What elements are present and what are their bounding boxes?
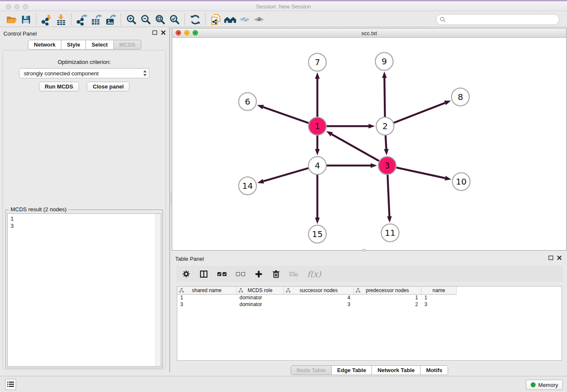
network-window: ✕ − + scc.txt 7968124314101511: [172, 28, 567, 251]
edge-3-11[interactable]: [388, 175, 389, 216]
node-label-7: 7: [315, 57, 320, 67]
window-titlebar: Session: New Session: [0, 0, 567, 11]
column-header-predecessor-nodes[interactable]: predecessor nodes: [354, 287, 421, 294]
zoom-fit-button[interactable]: [153, 13, 167, 26]
home-button[interactable]: [223, 13, 237, 26]
table-panel: Table Panel: [172, 252, 567, 376]
column-header-shared-name[interactable]: shared name: [177, 287, 237, 294]
float-panel-icon[interactable]: [548, 255, 553, 260]
table-tabbar: Node Table Edge Table Network Table Moti…: [291, 365, 449, 375]
node-label-3: 3: [385, 160, 390, 171]
split-columns-icon[interactable]: [199, 270, 208, 279]
tab-network[interactable]: Network: [28, 40, 61, 50]
toolbar-separator: [71, 14, 72, 25]
import-network-button[interactable]: [39, 13, 54, 26]
mcds-result-textarea[interactable]: 1 3: [7, 213, 161, 367]
list-icon: [7, 381, 14, 387]
run-mcds-button[interactable]: Run MCDS: [39, 82, 79, 91]
tab-node-table[interactable]: Node Table: [291, 365, 332, 375]
edge-4-14[interactable]: [263, 168, 308, 181]
window-title: Session: New Session: [0, 3, 567, 10]
search-input[interactable]: [448, 17, 559, 23]
import-table-icon: [55, 14, 67, 25]
close-panel-icon[interactable]: [557, 255, 562, 260]
export-table-button[interactable]: [89, 13, 103, 26]
zoom-selected-icon: [169, 14, 180, 25]
export-network-button[interactable]: [74, 13, 89, 26]
edge-2-9[interactable]: [385, 78, 385, 117]
control-panel: Control Panel Network Style Select MCDS …: [0, 27, 170, 373]
select-all-checkboxes-icon[interactable]: [217, 271, 227, 277]
deselect-checkboxes-icon[interactable]: [236, 271, 245, 277]
toolbar-separator: [184, 14, 185, 25]
arrowhead-1-6: [257, 105, 264, 110]
refresh-button[interactable]: [188, 13, 202, 26]
edge-1-6[interactable]: [263, 107, 308, 123]
table-row[interactable]: 3 dominator 3 2 3: [177, 301, 561, 308]
export-image-button[interactable]: [103, 13, 118, 26]
float-panel-icon[interactable]: [152, 30, 157, 35]
horizontal-splitter-handle[interactable]: [362, 249, 366, 251]
delete-table-icon: [289, 271, 298, 277]
arrowhead-2-9: [382, 72, 387, 78]
tab-network-table[interactable]: Network Table: [372, 365, 421, 375]
export-network-icon: [76, 14, 88, 25]
search-field[interactable]: [436, 14, 559, 25]
node-label-15: 15: [312, 229, 322, 239]
select-stepper-icon: [140, 69, 149, 78]
tab-mcds[interactable]: MCDS: [114, 40, 141, 50]
node-label-8: 8: [458, 92, 463, 102]
close-panel-icon[interactable]: [161, 30, 166, 35]
network-window-titlebar[interactable]: ✕ − + scc.txt: [172, 28, 566, 38]
zoom-in-button[interactable]: [124, 13, 138, 26]
edge-3-10[interactable]: [396, 168, 445, 178]
node-label-1: 1: [315, 121, 320, 131]
node-table[interactable]: shared name MCDS role successor nodes pr…: [177, 286, 562, 361]
mcds-result-group: MCDS result (2 nodes) 1 3: [6, 210, 163, 368]
duplicate-network-button[interactable]: [209, 13, 223, 26]
add-column-icon[interactable]: [254, 270, 263, 279]
arrowhead-3-11: [387, 216, 392, 223]
zoom-out-button[interactable]: [138, 13, 153, 26]
edge-2-8[interactable]: [394, 103, 445, 123]
node-label-6: 6: [245, 97, 250, 107]
hierarchy-icon: [286, 288, 291, 293]
node-label-9: 9: [382, 56, 387, 66]
tab-select[interactable]: Select: [86, 40, 113, 50]
open-session-button[interactable]: [4, 13, 19, 26]
save-session-button[interactable]: [19, 13, 33, 26]
table-panel-header: Table Panel: [172, 252, 567, 264]
zoom-selected-button[interactable]: [167, 13, 182, 26]
criterion-select[interactable]: strongly connected component: [19, 68, 149, 78]
result-scrollbar[interactable]: [155, 214, 161, 366]
import-table-button[interactable]: [54, 13, 68, 26]
arrowhead-1-4: [315, 149, 319, 155]
delete-column-icon[interactable]: [272, 270, 280, 279]
tab-style[interactable]: Style: [61, 40, 86, 50]
memory-button[interactable]: Memory: [526, 380, 563, 390]
show-all-button[interactable]: [252, 13, 266, 26]
main-toolbar: [0, 12, 567, 27]
column-header-name[interactable]: name: [421, 287, 457, 294]
eye-icon: [253, 14, 265, 25]
duplicate-network-icon: [210, 14, 222, 25]
optimization-criterion-label: Optimization criterion:: [3, 59, 165, 65]
arrowhead-1-7: [315, 72, 319, 79]
table-row[interactable]: 1 dominator 4 1 1: [177, 295, 561, 301]
edge-3-1[interactable]: [332, 134, 379, 161]
edge-2-3[interactable]: [385, 135, 386, 149]
network-graph[interactable]: 7968124314101511: [172, 38, 566, 250]
tab-motifs[interactable]: Motifs: [421, 365, 448, 375]
arrowhead-2-8: [444, 101, 451, 105]
column-header-mcds-role[interactable]: MCDS role: [237, 287, 284, 294]
column-header-successor-nodes[interactable]: successor nodes: [284, 287, 354, 294]
task-history-button[interactable]: [5, 379, 16, 390]
search-icon: [440, 17, 446, 23]
arrowhead-2-3: [384, 149, 388, 155]
status-bar: Memory: [0, 376, 567, 392]
hide-selected-button[interactable]: [237, 13, 252, 26]
settings-gear-icon[interactable]: [182, 270, 190, 278]
close-panel-button[interactable]: Close panel: [87, 82, 129, 91]
control-panel-tabbar: Network Style Select MCDS: [28, 40, 141, 50]
tab-edge-table[interactable]: Edge Table: [332, 365, 372, 375]
